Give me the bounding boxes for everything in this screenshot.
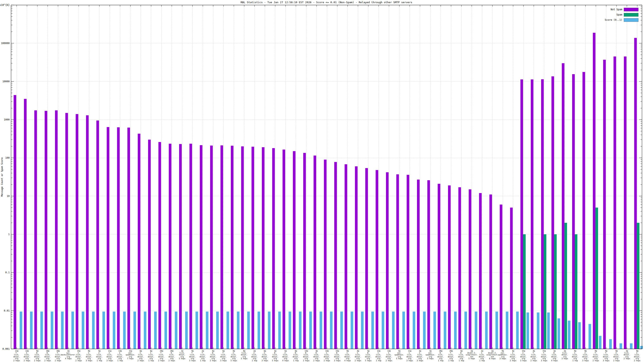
x-tick-label: org <box>67 356 70 358</box>
x-tick-label: 5 hops <box>396 358 403 360</box>
x-tick-label: dnswl. <box>541 356 548 358</box>
x-tick-label: 2. <box>98 352 100 354</box>
x-tick-label: 1 hop <box>480 360 485 362</box>
x-tick-label: list. <box>283 354 288 356</box>
x-tick-label: org <box>129 356 132 358</box>
bar-score <box>537 313 539 349</box>
x-tick-label: list. <box>86 354 92 356</box>
x-tick-label: org <box>460 358 463 360</box>
x-tick-label: 0. <box>171 352 173 354</box>
bar-not-spam <box>34 110 37 349</box>
x-tick-label: zen. <box>397 352 402 354</box>
bar-not-spam <box>469 189 471 349</box>
bar-score <box>309 312 312 349</box>
x-tick-label: org <box>356 358 360 360</box>
x-tick-label: list. <box>417 354 422 356</box>
bar-score <box>72 312 74 349</box>
x-tick-label: 2. <box>264 352 266 354</box>
x-tick-label: 1. <box>357 352 359 354</box>
x-tick-label: list. <box>14 354 19 356</box>
bar-not-spam <box>169 144 172 349</box>
x-tick-label: 2 hops <box>24 360 30 362</box>
bar-not-spam <box>510 208 513 349</box>
bar-not-spam <box>190 144 192 349</box>
bar-not-spam <box>603 60 606 349</box>
bar-not-spam <box>520 79 523 349</box>
x-tick-label: list. <box>407 354 412 356</box>
bar-score <box>237 312 240 349</box>
x-tick-label: org <box>56 358 60 360</box>
x-tick-label: list. <box>624 352 630 354</box>
bar-score <box>392 312 395 349</box>
x-tick-label: list. <box>583 354 588 356</box>
y-tick-label: 100000 <box>1 42 10 45</box>
bar-score <box>175 312 178 349</box>
x-tick-label: 9@ <box>88 350 90 352</box>
x-tick-label: 6@ <box>140 350 142 352</box>
x-tick-label: org <box>98 358 101 360</box>
x-tick-label: dnswl. <box>86 356 92 358</box>
x-tick-label: 3@ <box>554 350 556 352</box>
x-tick-label: 1. <box>408 352 411 354</box>
x-tick-label: dnswl. <box>510 356 516 358</box>
x-tick-label: 0. <box>554 352 556 354</box>
x-tick-label: 3@ <box>419 350 421 352</box>
legend-item-not-spam: Not Spam <box>610 8 638 11</box>
x-tick-label: 2 hops <box>158 360 165 362</box>
x-tick-label: Y. <box>450 352 452 354</box>
x-tick-label: 2 hops <box>76 360 82 362</box>
x-tick-label: list. <box>438 354 443 356</box>
bar-not-spam <box>396 174 399 349</box>
x-tick-label: 5 hops <box>468 358 475 360</box>
bar-spam <box>564 223 567 349</box>
x-tick-label: dnswl. <box>603 356 610 358</box>
bar-score <box>506 312 508 349</box>
bar-not-spam <box>448 185 450 349</box>
bar-score <box>320 312 322 349</box>
x-tick-label: org <box>222 358 225 360</box>
bar-score <box>350 312 353 349</box>
x-tick-label: 13@ <box>118 350 122 352</box>
bar-not-spam <box>138 134 140 349</box>
x-tick-label: 1. <box>150 352 152 354</box>
x-tick-label: dnswl. <box>200 356 206 358</box>
x-tick-label: 2. <box>522 352 525 354</box>
x-tick-label: 9@ <box>192 350 194 352</box>
x-tick-label: Y. <box>160 352 162 354</box>
x-tick-label: list. <box>159 354 164 356</box>
x-tick-label: dnswl. <box>55 356 62 358</box>
x-tick-label: 2 hops <box>592 360 599 362</box>
x-tick-label: dnswl. <box>520 356 527 358</box>
plot-area: 1x10^{6}1000001000010001001010.10.010.00… <box>0 3 643 362</box>
x-tick-label: list. <box>480 354 485 356</box>
x-tick-label: org <box>118 358 122 360</box>
x-tick-label: dnswl. <box>592 356 599 358</box>
bar-not-spam <box>303 153 306 349</box>
bar-score <box>247 312 250 349</box>
bar-score <box>288 312 291 349</box>
x-tick-label: 1 hop <box>293 360 299 362</box>
x-tick-label: dnswl. <box>582 356 589 358</box>
bar-not-spam <box>179 144 182 349</box>
x-tick-label: Y. <box>16 352 18 354</box>
bar-score <box>30 312 32 349</box>
x-tick-label: org <box>542 358 546 360</box>
x-tick-label: list. <box>386 354 392 356</box>
bar-spam <box>544 234 546 349</box>
bar-score <box>475 312 477 349</box>
x-tick-label: dnswl. <box>406 356 413 358</box>
x-tick-label: org <box>191 358 194 360</box>
x-tick-label: dnswl. <box>303 356 310 358</box>
x-tick-label: 3. <box>616 352 618 354</box>
y-tick-label: 0.1 <box>5 271 10 274</box>
x-tick-label: dnswl. <box>106 356 113 358</box>
bar-not-spam <box>458 187 461 349</box>
x-tick-label: 1 hop <box>148 360 154 362</box>
x-tick-label: 2@ <box>202 350 204 352</box>
x-tick-label: 1 hop <box>376 360 381 362</box>
bar-score <box>382 312 384 349</box>
x-tick-label: list. <box>252 354 257 356</box>
bar-score <box>61 312 64 349</box>
x-tick-label: org <box>170 358 173 360</box>
x-tick-label: 4 hops <box>344 360 351 362</box>
